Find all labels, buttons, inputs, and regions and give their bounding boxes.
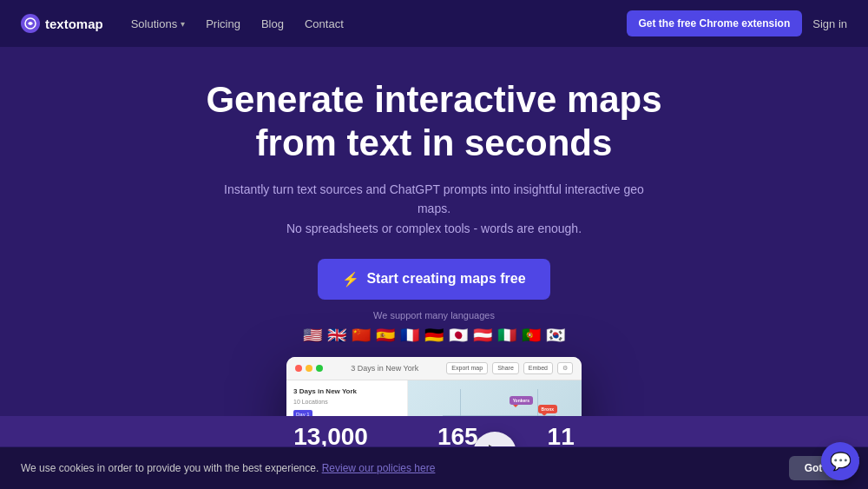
demo-toolbar-buttons: Export map Share Embed ⚙ [446,362,573,374]
cookie-text: We use cookies in order to provide you w… [21,462,435,474]
cookie-policy-link[interactable]: Review our policies here [322,462,436,474]
map-pin-yonkers: Yonkers [510,396,533,405]
share-button[interactable]: Share [492,362,519,374]
dot-close [295,365,302,372]
solutions-label: Solutions [131,17,177,30]
chat-icon: 💬 [830,451,852,472]
hero-subtitle-line2: No spreadsheets or complex tools - words… [286,221,582,235]
chrome-extension-button[interactable]: Get the free Chrome extension [627,10,803,36]
demo-sidebar-subtitle: 10 Locations [293,399,400,405]
flag-de: 🇩🇪 [424,326,444,345]
nav-right: Get the free Chrome extension Sign in [627,10,847,36]
flag-it: 🇮🇹 [497,326,516,345]
flag-es: 🇪🇸 [376,326,395,345]
flag-cn: 🇨🇳 [352,326,371,345]
flag-jp: 🇯🇵 [449,326,468,345]
cta-label: Start creating maps free [366,271,525,287]
pricing-nav-item[interactable]: Pricing [206,17,240,30]
blog-nav-item[interactable]: Blog [261,17,284,30]
window-dots [295,365,323,372]
demo-header: 3 Days in New York Export map Share Embe… [286,357,582,380]
logo-text: textomap [45,17,103,31]
signin-button[interactable]: Sign in [812,17,847,30]
embed-button[interactable]: Embed [523,362,553,374]
hero-subtitle: Instantly turn text sources and ChatGPT … [217,180,651,238]
cookie-message: We use cookies in order to provide you w… [21,462,319,474]
export-map-button[interactable]: Export map [446,362,488,374]
nav-links: Solutions ▾ Pricing Blog Contact [131,17,627,30]
start-creating-button[interactable]: ⚡ Start creating maps free [318,259,549,300]
logo-icon [21,14,40,33]
languages-label: We support many languages [373,310,495,320]
flag-kr: 🇰🇷 [546,326,565,345]
language-flags: 🇺🇸 🇬🇧 🇨🇳 🇪🇸 🇫🇷 🇩🇪 🇯🇵 🇦🇹 🇮🇹 🇵🇹 🇰🇷 [303,326,565,345]
cookie-banner: We use cookies in order to provide you w… [0,446,868,489]
dot-minimize [306,365,312,372]
chevron-down-icon: ▾ [181,19,185,29]
chat-button[interactable]: 💬 [821,442,859,480]
flag-gb: 🇬🇧 [327,326,346,345]
hero-title-line1: Generate interactive maps [206,79,661,120]
flag-fr: 🇫🇷 [400,326,419,345]
hero-title: Generate interactive maps from text in s… [206,78,661,166]
dot-maximize [316,365,323,372]
cta-icon: ⚡ [342,271,359,287]
demo-title-bar: 3 Days in New York [330,364,439,373]
solutions-nav-item[interactable]: Solutions ▾ [131,17,185,30]
demo-sidebar-title: 3 Days in New York [293,387,400,395]
map-pin-bronx: Bronx [538,405,557,413]
hero-subtitle-line1: Instantly turn text sources and ChatGPT … [224,182,644,215]
logo[interactable]: textomap [21,14,103,33]
hero-title-line2: from text in seconds [256,122,613,163]
navbar: textomap Solutions ▾ Pricing Blog Contac… [0,0,868,47]
flag-us: 🇺🇸 [303,326,322,345]
contact-nav-item[interactable]: Contact [305,17,344,30]
flag-at: 🇦🇹 [473,326,492,345]
settings-button[interactable]: ⚙ [557,362,573,374]
flag-pt: 🇵🇹 [522,326,541,345]
